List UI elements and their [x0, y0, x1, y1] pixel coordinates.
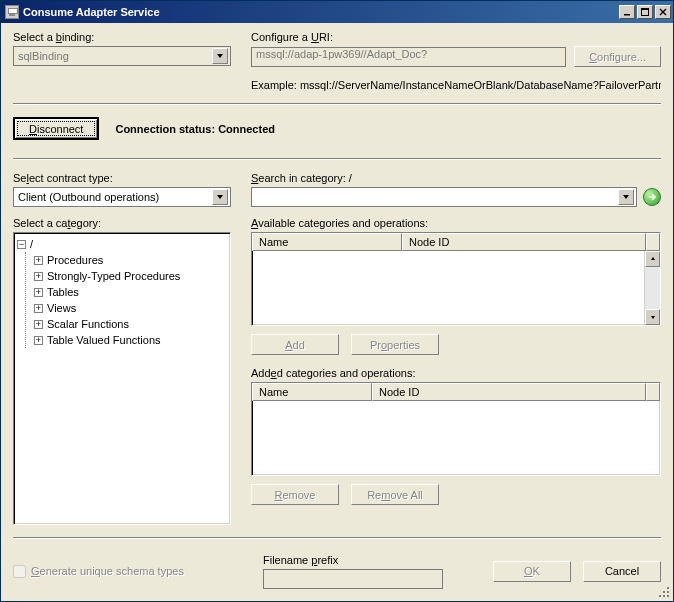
- close-icon: [659, 8, 667, 16]
- category-tree[interactable]: − / +Procedures+Strongly-Typed Procedure…: [13, 232, 231, 525]
- column-nodeid-header[interactable]: Node ID: [372, 383, 646, 401]
- tree-item[interactable]: Scalar Functions: [47, 318, 129, 330]
- column-name-header[interactable]: Name: [252, 383, 372, 401]
- window-title: Consume Adapter Service: [23, 6, 160, 18]
- uri-label: Configure a URI:: [251, 31, 661, 43]
- separator: [13, 103, 661, 105]
- minimize-icon: [623, 8, 631, 16]
- tree-toggle[interactable]: +: [34, 272, 43, 281]
- added-label: Added categories and operations:: [251, 367, 661, 379]
- tree-toggle[interactable]: −: [17, 240, 26, 249]
- svg-rect-2: [642, 9, 649, 11]
- maximize-icon: [641, 8, 649, 16]
- uri-input: mssql://adap-1pw369//Adapt_Doc?: [251, 47, 566, 67]
- svg-rect-0: [624, 14, 630, 16]
- contract-label: Select contract type:: [13, 172, 231, 184]
- generate-schema-label: Generate unique schema types: [31, 565, 184, 577]
- tree-toggle[interactable]: +: [34, 288, 43, 297]
- category-label: Select a category:: [13, 217, 231, 229]
- filename-prefix-label: Filename prefix: [263, 554, 443, 566]
- maximize-button[interactable]: [637, 5, 653, 19]
- added-list[interactable]: Name Node ID: [251, 382, 661, 476]
- scrollbar[interactable]: [644, 251, 660, 325]
- column-tail: [646, 233, 660, 251]
- tree-item[interactable]: Views: [47, 302, 76, 314]
- connection-status: Connection status: Connected: [115, 123, 275, 135]
- scroll-down-icon[interactable]: [645, 309, 660, 325]
- separator: [13, 537, 661, 539]
- svg-rect-7: [663, 595, 665, 597]
- search-combo[interactable]: [251, 187, 637, 207]
- chevron-down-icon: [618, 189, 634, 205]
- svg-rect-6: [659, 595, 661, 597]
- tree-toggle[interactable]: +: [34, 256, 43, 265]
- tree-item[interactable]: Strongly-Typed Procedures: [47, 270, 180, 282]
- uri-example: Example: mssql://ServerName/InstanceName…: [251, 79, 661, 91]
- tree-toggle[interactable]: +: [34, 320, 43, 329]
- binding-combo[interactable]: sqlBinding: [13, 46, 231, 66]
- cancel-button[interactable]: Cancel: [583, 561, 661, 582]
- svg-rect-4: [663, 591, 665, 593]
- add-button[interactable]: Add: [251, 334, 339, 355]
- column-tail: [646, 383, 660, 401]
- titlebar: Consume Adapter Service: [1, 1, 673, 23]
- disconnect-button[interactable]: Disconnect: [13, 117, 99, 140]
- svg-rect-5: [667, 591, 669, 593]
- chevron-down-icon: [212, 48, 228, 64]
- available-label: Available categories and operations:: [251, 217, 661, 229]
- chevron-down-icon: [212, 189, 228, 205]
- tree-toggle[interactable]: +: [34, 304, 43, 313]
- close-button[interactable]: [655, 5, 671, 19]
- tree-item[interactable]: Table Valued Functions: [47, 334, 161, 346]
- contract-value: Client (Outbound operations): [18, 191, 212, 203]
- tree-root[interactable]: /: [30, 238, 33, 250]
- arrow-right-icon: [647, 192, 657, 202]
- column-name-header[interactable]: Name: [252, 233, 402, 251]
- dialog-window: Consume Adapter Service Select a binding…: [0, 0, 674, 602]
- generate-schema-checkbox[interactable]: [13, 565, 26, 578]
- tree-item[interactable]: Procedures: [47, 254, 103, 266]
- binding-label: Select a binding:: [13, 31, 231, 43]
- remove-button[interactable]: Remove: [251, 484, 339, 505]
- search-go-button[interactable]: [643, 188, 661, 206]
- minimize-button[interactable]: [619, 5, 635, 19]
- properties-button[interactable]: Properties: [351, 334, 439, 355]
- tree-item[interactable]: Tables: [47, 286, 79, 298]
- tree-toggle[interactable]: +: [34, 336, 43, 345]
- contract-combo[interactable]: Client (Outbound operations): [13, 187, 231, 207]
- configure-button[interactable]: Configure...: [574, 46, 661, 67]
- app-icon: [5, 5, 19, 19]
- svg-rect-3: [667, 587, 669, 589]
- ok-button[interactable]: OK: [493, 561, 571, 582]
- resize-grip[interactable]: [657, 585, 671, 599]
- column-nodeid-header[interactable]: Node ID: [402, 233, 646, 251]
- scroll-up-icon[interactable]: [645, 251, 660, 267]
- svg-rect-8: [667, 595, 669, 597]
- binding-value: sqlBinding: [18, 50, 212, 62]
- filename-prefix-input[interactable]: [263, 569, 443, 589]
- available-list[interactable]: Name Node ID: [251, 232, 661, 326]
- search-label: Search in category: /: [251, 172, 661, 184]
- separator: [13, 158, 661, 160]
- remove-all-button[interactable]: Remove All: [351, 484, 439, 505]
